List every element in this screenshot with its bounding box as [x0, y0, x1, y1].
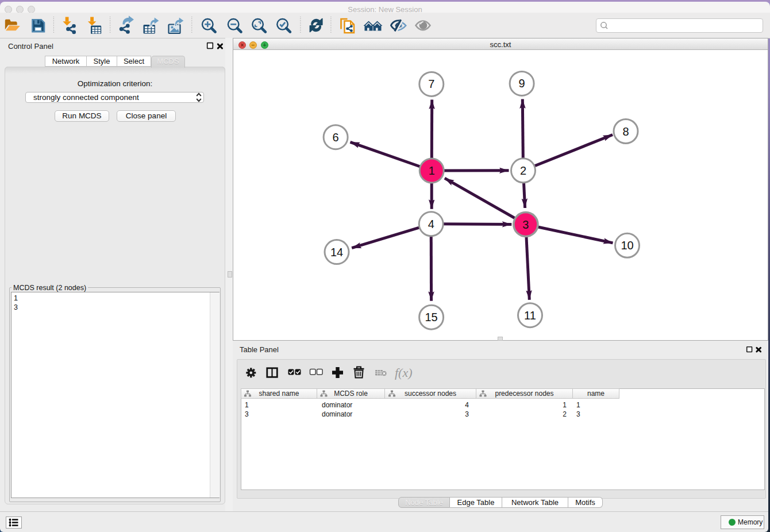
- svg-text:15: 15: [425, 311, 437, 323]
- svg-text:10: 10: [621, 239, 633, 252]
- svg-text:11: 11: [524, 309, 536, 322]
- svg-text:6: 6: [333, 131, 339, 144]
- svg-text:9: 9: [519, 77, 525, 90]
- svg-text:1: 1: [429, 164, 435, 177]
- svg-text:4: 4: [428, 218, 434, 230]
- svg-text:3: 3: [522, 218, 529, 231]
- svg-text:7: 7: [428, 78, 434, 90]
- svg-text:f(x): f(x): [395, 365, 413, 380]
- svg-text:8: 8: [622, 125, 629, 138]
- svg-text:2: 2: [520, 164, 526, 177]
- svg-text:14: 14: [330, 246, 343, 259]
